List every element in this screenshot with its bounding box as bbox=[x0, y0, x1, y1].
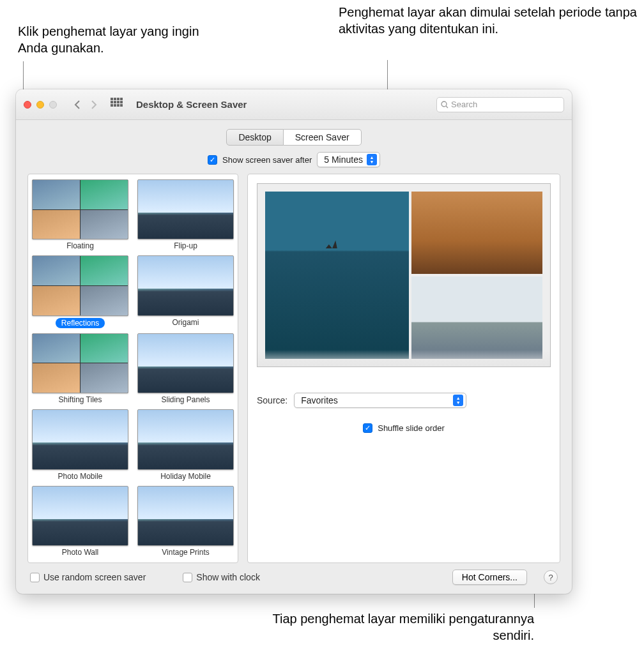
random-checkbox[interactable] bbox=[30, 573, 40, 582]
thumb-image bbox=[32, 179, 128, 239]
thumb-image bbox=[137, 333, 234, 393]
thumb-image bbox=[32, 409, 128, 469]
source-label: Source: bbox=[257, 395, 288, 405]
preview-image bbox=[411, 192, 542, 274]
thumb-label: Photo Wall bbox=[62, 548, 99, 557]
callout-bottom: Tiap penghemat layar memiliki pengaturan… bbox=[266, 610, 534, 644]
screensaver-thumb-shifting-tiles[interactable]: Shifting Tiles bbox=[32, 333, 128, 404]
screensaver-thumb-reflections[interactable]: Reflections bbox=[32, 255, 128, 328]
thumb-label: Flip-up bbox=[174, 241, 197, 250]
thumb-label: Reflections bbox=[56, 318, 105, 328]
preferences-window: Desktop & Screen Saver Search Desktop Sc… bbox=[16, 89, 572, 594]
stepper-arrows-icon: ▲▼ bbox=[453, 395, 463, 406]
screensaver-thumb-flip-up[interactable]: Flip-up bbox=[137, 179, 234, 250]
show-after-label: Show screen saver after bbox=[222, 155, 312, 165]
window-controls bbox=[24, 101, 57, 109]
stepper-arrows-icon: ▲▼ bbox=[367, 154, 377, 165]
svg-point-0 bbox=[441, 102, 447, 107]
screensaver-thumb-sliding-panels[interactable]: Sliding Panels bbox=[137, 333, 234, 404]
search-placeholder: Search bbox=[451, 100, 477, 109]
bottom-bar: Use random screen saver Show with clock … bbox=[27, 563, 560, 594]
callout-top-right: Penghemat layar akan dimulai setelah per… bbox=[339, 4, 639, 37]
source-select[interactable]: Favorites ▲▼ bbox=[294, 393, 466, 408]
show-all-icon[interactable] bbox=[111, 98, 125, 112]
screensaver-list[interactable]: FloatingFlip-upReflectionsOrigamiShiftin… bbox=[27, 174, 238, 563]
window-title: Desktop & Screen Saver bbox=[136, 99, 247, 110]
search-input[interactable]: Search bbox=[436, 97, 564, 112]
shuffle-checkbox[interactable]: ✓ bbox=[363, 423, 372, 433]
minimize-button[interactable] bbox=[36, 101, 44, 109]
thumb-label: Vintage Prints bbox=[162, 548, 210, 557]
random-label: Use random screen saver bbox=[43, 572, 146, 582]
screensaver-thumb-floating[interactable]: Floating bbox=[32, 179, 128, 250]
thumb-image bbox=[137, 179, 234, 239]
shuffle-label: Shuffle slide order bbox=[378, 423, 445, 433]
preview-image bbox=[411, 276, 542, 359]
hot-corners-button[interactable]: Hot Corners... bbox=[452, 570, 527, 585]
forward-button[interactable] bbox=[86, 97, 102, 112]
thumb-label: Sliding Panels bbox=[161, 395, 210, 404]
tab-desktop[interactable]: Desktop bbox=[226, 129, 283, 146]
thumb-label: Origami bbox=[172, 318, 199, 327]
show-clock-checkbox[interactable] bbox=[183, 573, 192, 582]
source-value: Favorites bbox=[301, 395, 338, 405]
screensaver-thumb-holiday-mobile[interactable]: Holiday Mobile bbox=[137, 409, 234, 480]
show-after-value: 5 Minutes bbox=[324, 155, 363, 165]
screensaver-preview bbox=[257, 183, 551, 367]
thumb-image bbox=[137, 255, 234, 315]
preview-image bbox=[265, 192, 409, 359]
show-after-row: ✓ Show screen saver after 5 Minutes ▲▼ bbox=[27, 152, 560, 167]
screensaver-thumb-origami[interactable]: Origami bbox=[137, 255, 234, 328]
screensaver-thumb-photo-wall[interactable]: Photo Wall bbox=[32, 486, 128, 557]
thumb-image bbox=[32, 486, 128, 546]
thumb-image bbox=[32, 255, 128, 315]
search-icon bbox=[441, 101, 448, 109]
close-button[interactable] bbox=[24, 101, 31, 109]
show-after-checkbox[interactable]: ✓ bbox=[208, 155, 217, 165]
back-button[interactable] bbox=[70, 97, 85, 112]
thumb-image bbox=[137, 409, 234, 469]
tab-segment: Desktop Screen Saver bbox=[27, 129, 560, 146]
tab-screen-saver[interactable]: Screen Saver bbox=[284, 129, 362, 146]
thumb-label: Floating bbox=[66, 241, 94, 250]
nav-buttons bbox=[70, 97, 102, 112]
show-after-select[interactable]: 5 Minutes ▲▼ bbox=[317, 152, 380, 167]
help-button[interactable]: ? bbox=[544, 570, 558, 584]
show-clock-label: Show with clock bbox=[196, 572, 260, 582]
thumb-image bbox=[32, 333, 128, 393]
titlebar: Desktop & Screen Saver Search bbox=[16, 89, 572, 120]
thumb-label: Photo Mobile bbox=[57, 472, 102, 481]
preview-panel: Source: Favorites ▲▼ ✓ Shuffle slide ord… bbox=[247, 174, 560, 563]
thumb-label: Shifting Tiles bbox=[58, 395, 102, 404]
thumb-image bbox=[137, 486, 234, 546]
svg-line-1 bbox=[446, 106, 448, 108]
thumb-label: Holiday Mobile bbox=[160, 472, 211, 481]
screensaver-thumb-photo-mobile[interactable]: Photo Mobile bbox=[32, 409, 128, 480]
callout-top-left: Klik penghemat layar yang ingin Anda gun… bbox=[18, 23, 203, 56]
screensaver-thumb-vintage-prints[interactable]: Vintage Prints bbox=[137, 486, 234, 557]
zoom-button[interactable] bbox=[49, 101, 57, 109]
